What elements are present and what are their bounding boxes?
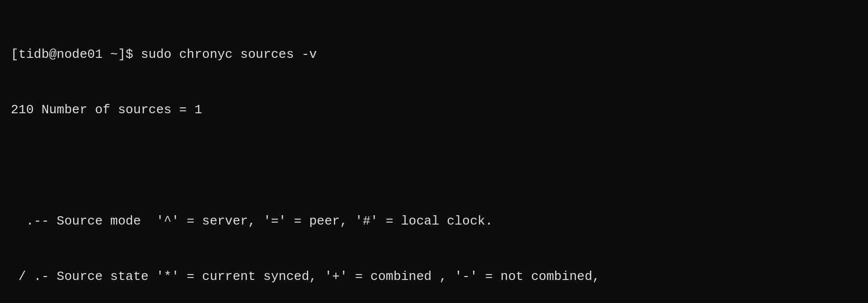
terminal-window: [tidb@node01 ~]$ sudo chronyc sources -v… — [0, 0, 868, 303]
blank-line-1 — [11, 157, 857, 176]
command-line: [tidb@node01 ~]$ sudo chronyc sources -v — [11, 46, 857, 64]
command-text: [tidb@node01 ~]$ sudo chronyc sources -v — [11, 47, 317, 62]
legend-text-2: / .- Source state '*' = current synced, … — [11, 269, 600, 284]
output-line-1: 210 Number of sources = 1 — [11, 101, 857, 120]
legend-text-1: .-- Source mode '^' = server, '=' = peer… — [11, 214, 493, 228]
output-text-1: 210 Number of sources = 1 — [11, 102, 202, 117]
legend-line-1: .-- Source mode '^' = server, '=' = peer… — [11, 212, 857, 231]
legend-line-2: / .- Source state '*' = current synced, … — [11, 268, 857, 286]
